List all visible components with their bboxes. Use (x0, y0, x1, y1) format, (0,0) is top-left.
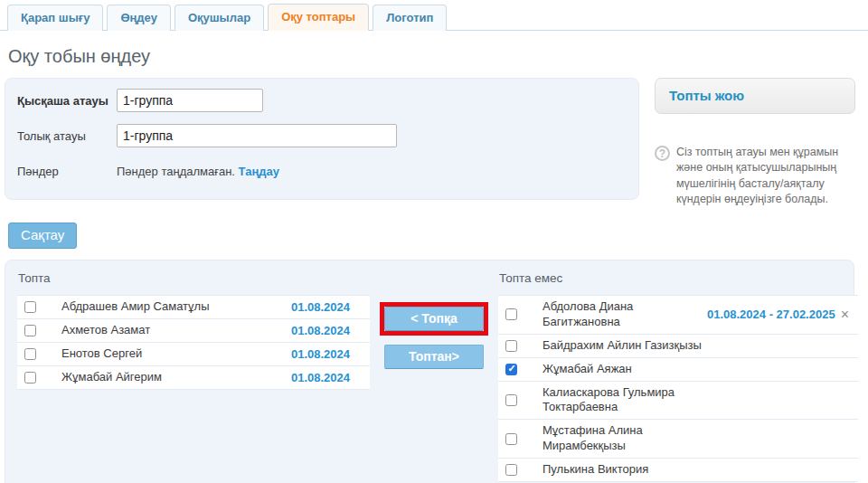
member-checkbox[interactable] (505, 433, 517, 445)
full-name-label: Толық атауы (17, 129, 117, 143)
not-in-group-list: Абдолова Диана Багитжановна 01.08.2024 -… (498, 295, 858, 482)
click-highlight-annotation: < Топқа (380, 302, 488, 336)
not-in-group-title: Топта емес (499, 271, 858, 285)
tab-study-groups[interactable]: Оқу топтары (268, 4, 369, 31)
delete-group-button[interactable]: Топты жою (655, 78, 855, 114)
tab-logo[interactable]: Логотип (373, 5, 447, 31)
in-group-row: Абдрашев Амир Саматұлы 01.08.2024 (17, 296, 370, 319)
members-panel: Топта Абдрашев Амир Саматұлы 01.08.2024 … (5, 260, 854, 483)
tab-review[interactable]: Қарап шығу (7, 5, 103, 31)
not-in-group-row: Калиаскарова Гульмира Токтарбаевна (498, 382, 858, 421)
member-name: Жұмабай Айгерим (61, 370, 162, 385)
move-from-group-button[interactable]: Топтан> (384, 345, 484, 369)
move-to-group-button[interactable]: < Топқа (384, 307, 484, 331)
short-name-label: Қысқаша атауы (17, 94, 117, 108)
in-group-row: Жұмабай Айгерим 01.08.2024 (17, 366, 370, 390)
member-checkbox[interactable] (505, 394, 517, 406)
not-in-group-row: Абдолова Диана Багитжановна 01.08.2024 -… (498, 296, 858, 335)
not-in-group-section: Топта емес Абдолова Диана Багитжановна 0… (498, 270, 858, 482)
member-checkbox[interactable] (24, 372, 36, 384)
page-title: Оқу тобын өңдеу (8, 46, 868, 67)
in-group-row: Ахметов Азамат 01.08.2024 (17, 319, 370, 343)
in-group-row: Енотов Сергей 01.08.2024 (17, 343, 370, 366)
tab-students[interactable]: Оқушылар (175, 5, 264, 31)
member-date: 01.08.2024 (291, 300, 370, 314)
full-name-row: Толық атауы (17, 124, 624, 147)
member-name: Калиаскарова Гульмира Токтарбаевна (542, 385, 714, 416)
subjects-status: Пәндер таңдалмаған. Таңдау (117, 165, 279, 178)
not-in-group-row: Жұмабай Аяжан (498, 358, 858, 382)
member-date: 01.08.2024 (291, 371, 370, 384)
member-checkbox[interactable] (24, 301, 36, 313)
member-name: Жұмабай Аяжан (542, 362, 714, 377)
in-group-section: Топта Абдрашев Амир Саматұлы 01.08.2024 … (17, 270, 370, 390)
member-checkbox[interactable] (24, 325, 36, 336)
short-name-input[interactable] (117, 89, 263, 112)
side-column: Топты жою ? Сіз топтың атауы мен құрамын… (655, 78, 855, 207)
subjects-select-link[interactable]: Таңдау (239, 165, 279, 178)
full-name-input[interactable] (117, 124, 397, 147)
subjects-status-text: Пәндер таңдалмаған. (117, 165, 235, 178)
tab-bar: Қарап шығу Өңдеу Оқушылар Оқу топтары Ло… (0, 0, 868, 31)
not-in-group-row: Мұстафина Алина Мирамбекқызы (498, 420, 858, 459)
tab-edit[interactable]: Өңдеу (107, 5, 171, 31)
member-checkbox[interactable] (24, 348, 36, 360)
not-in-group-row: Пулькина Виктория (498, 459, 858, 482)
not-in-group-row: Байдрахим Айлин Газизқызы (498, 335, 858, 358)
member-name: Байдрахим Айлин Газизқызы (542, 338, 714, 354)
member-checkbox[interactable] (505, 308, 517, 320)
subjects-label: Пәндер (17, 165, 117, 178)
in-group-title: Топта (18, 271, 370, 285)
help-block: ? Сіз топтың атауы мен құрамын және оның… (655, 145, 855, 207)
member-checkbox[interactable] (505, 464, 517, 476)
member-date-range: 01.08.2024 - 27.02.2025 (707, 308, 841, 321)
member-date: 01.08.2024 (291, 324, 370, 337)
in-group-list: Абдрашев Амир Саматұлы 01.08.2024 Ахмето… (17, 295, 370, 390)
member-checkbox[interactable] (505, 340, 517, 352)
transfer-controls: < Топқа Топтан> (370, 270, 498, 369)
member-date: 01.08.2024 (291, 347, 370, 361)
member-name: Ахметов Азамат (61, 323, 150, 338)
save-button[interactable]: Сақтау (8, 223, 77, 249)
group-edit-form: Қысқаша атауы Толық атауы Пәндер Пәндер … (5, 78, 639, 200)
member-name: Мұстафина Алина Мирамбекқызы (542, 423, 714, 454)
member-name: Абдолова Диана Багитжановна (542, 299, 707, 330)
remove-membership-icon[interactable]: × (841, 307, 849, 323)
member-name: Енотов Сергей (61, 346, 142, 362)
subjects-row: Пәндер Пәндер таңдалмаған. Таңдау (17, 159, 624, 183)
member-checkbox[interactable] (505, 364, 517, 375)
short-name-row: Қысқаша атауы (17, 89, 624, 112)
help-icon: ? (655, 146, 670, 161)
member-name: Абдрашев Амир Саматұлы (61, 299, 210, 315)
help-text: Сіз топтың атауы мен құрамын және оның қ… (676, 145, 855, 207)
member-name: Пулькина Виктория (542, 462, 714, 478)
